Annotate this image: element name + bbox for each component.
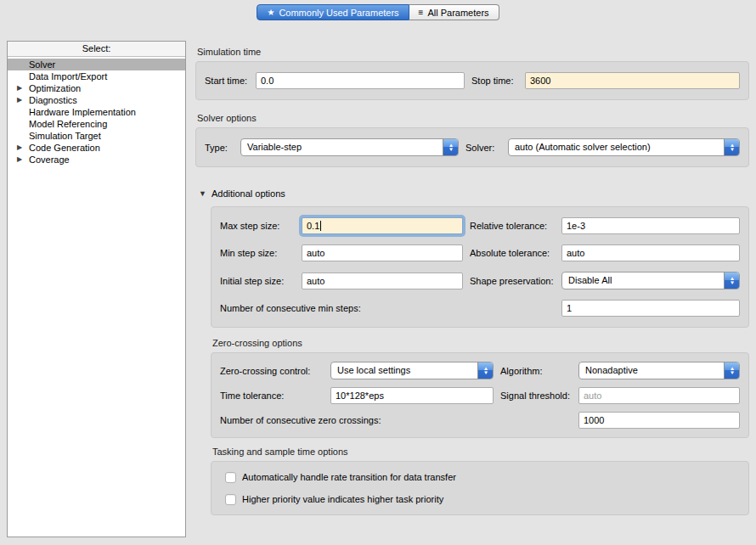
initial-step-size-input[interactable]: auto: [302, 272, 463, 289]
sidebar-item-label: Model Referencing: [29, 119, 107, 129]
higher-priority-label: Higher priority value indicates higher t…: [242, 494, 443, 504]
signal-threshold-input[interactable]: auto: [578, 387, 740, 404]
select-tree-panel: Select: Solver Data Import/Export ▶ Opti…: [7, 41, 186, 537]
sidebar-item-label: Coverage: [29, 155, 70, 165]
time-tolerance-input[interactable]: 10*128*eps: [330, 387, 494, 404]
sidebar-item-model-referencing[interactable]: Model Referencing: [8, 118, 185, 130]
expand-arrow-icon[interactable]: ▶: [17, 142, 22, 154]
sidebar-item-data-import-export[interactable]: Data Import/Export: [8, 70, 185, 82]
collapse-arrow-icon[interactable]: ▼: [199, 189, 206, 198]
sidebar-item-hardware-implementation[interactable]: Hardware Implementation: [8, 106, 185, 118]
sidebar-item-code-generation[interactable]: ▶ Code Generation: [8, 142, 185, 154]
star-icon: ★: [267, 8, 274, 17]
type-dropdown[interactable]: Variable-step ▲▼: [240, 138, 459, 156]
relative-tolerance-label: Relative tolerance:: [470, 221, 555, 231]
sidebar-item-label: Diagnostics: [29, 95, 77, 105]
sidebar-item-label: Hardware Implementation: [29, 107, 136, 117]
solver-dropdown[interactable]: auto (Automatic solver selection) ▲▼: [508, 138, 740, 156]
max-step-size-label: Max step size:: [220, 221, 295, 231]
max-step-size-input[interactable]: 0.1: [302, 217, 463, 234]
sidebar-item-label: Code Generation: [29, 143, 100, 153]
min-step-size-label: Min step size:: [220, 248, 295, 258]
start-time-input[interactable]: 0.0: [256, 72, 465, 89]
absolute-tolerance-label: Absolute tolerance:: [470, 248, 555, 258]
type-label: Type:: [205, 143, 234, 153]
consecutive-min-steps-input[interactable]: 1: [561, 300, 740, 317]
rate-transition-checkbox[interactable]: [225, 472, 236, 483]
consecutive-min-steps-value: 1: [567, 303, 572, 313]
dropdown-arrows-icon: ▲▼: [724, 272, 739, 289]
relative-tolerance-value: 1e-3: [567, 221, 585, 231]
sidebar-item-label: Solver: [29, 59, 55, 70]
min-step-size-value: auto: [307, 248, 324, 258]
expand-arrow-icon[interactable]: ▶: [17, 82, 22, 94]
dropdown-arrows-icon: ▲▼: [724, 139, 739, 155]
zero-crossing-panel: Zero-crossing control: Use local setting…: [211, 352, 749, 438]
stop-time-label: Stop time:: [471, 76, 518, 86]
sidebar-item-simulation-target[interactable]: Simulation Target: [8, 130, 185, 142]
dropdown-arrows-icon: ▲▼: [724, 362, 739, 379]
shape-preservation-label: Shape preservation:: [470, 276, 555, 286]
rate-transition-label: Automatically handle rate transition for…: [242, 472, 456, 482]
time-tolerance-label: Time tolerance:: [220, 390, 324, 401]
min-step-size-input[interactable]: auto: [302, 244, 463, 261]
start-time-label: Start time:: [205, 76, 249, 86]
consecutive-zero-crossings-label: Number of consecutive zero crossings:: [220, 415, 572, 425]
sidebar-item-coverage[interactable]: ▶ Coverage: [8, 154, 185, 166]
signal-threshold-value: auto: [584, 390, 601, 401]
stop-time-value: 3600: [530, 76, 550, 86]
zero-crossing-control-value: Use local settings: [331, 362, 477, 379]
start-time-value: 0.0: [261, 76, 274, 86]
sidebar-title: Select:: [8, 42, 185, 57]
absolute-tolerance-input[interactable]: auto: [561, 244, 740, 261]
higher-priority-checkbox[interactable]: [225, 494, 236, 505]
dropdown-arrows-icon: ▲▼: [443, 139, 458, 155]
consecutive-zero-crossings-input[interactable]: 1000: [578, 412, 740, 429]
tasking-title: Tasking and sample time options: [212, 447, 749, 458]
zero-crossing-title: Zero-crossing options: [212, 338, 749, 349]
tab-all-parameters-label: All Parameters: [427, 8, 488, 18]
text-cursor: [320, 221, 321, 231]
sidebar-item-optimization[interactable]: ▶ Optimization: [8, 82, 185, 94]
tab-all-parameters[interactable]: ≡ All Parameters: [409, 4, 499, 20]
stop-time-input[interactable]: 3600: [525, 72, 740, 89]
parameter-view-tabs: ★ Commonly Used Parameters ≡ All Paramet…: [0, 4, 756, 20]
consecutive-zero-crossings-value: 1000: [584, 415, 604, 425]
dropdown-arrows-icon: ▲▼: [477, 362, 493, 379]
expand-arrow-icon[interactable]: ▶: [17, 154, 22, 166]
shape-preservation-value: Disable All: [562, 272, 724, 289]
shape-preservation-dropdown[interactable]: Disable All ▲▼: [561, 272, 740, 289]
tab-commonly-used-label: Commonly Used Parameters: [279, 8, 398, 18]
simulation-time-title: Simulation time: [197, 47, 749, 58]
sidebar-list: Solver Data Import/Export ▶ Optimization…: [8, 57, 185, 166]
signal-threshold-label: Signal threshold:: [500, 390, 572, 401]
sidebar-item-label: Data Import/Export: [29, 71, 107, 81]
solver-options-panel: Type: Variable-step ▲▼ Solver: auto (Aut…: [195, 127, 749, 167]
sidebar-item-label: Simulation Target: [29, 131, 101, 141]
solver-pane: Simulation time Start time: 0.0 Stop tim…: [195, 41, 749, 515]
algorithm-value: Nonadaptive: [579, 362, 724, 379]
relative-tolerance-input[interactable]: 1e-3: [561, 217, 740, 234]
zero-crossing-control-dropdown[interactable]: Use local settings ▲▼: [330, 362, 494, 379]
sidebar-item-solver[interactable]: Solver: [8, 59, 185, 70]
tasking-panel: Automatically handle rate transition for…: [211, 461, 749, 515]
additional-options-toggle[interactable]: ▼ Additional options: [199, 188, 749, 199]
consecutive-min-steps-label: Number of consecutive min steps:: [220, 303, 555, 313]
time-tolerance-value: 10*128*eps: [336, 390, 384, 401]
menu-icon: ≡: [419, 8, 424, 17]
simulation-time-panel: Start time: 0.0 Stop time: 3600: [195, 61, 749, 100]
algorithm-dropdown[interactable]: Nonadaptive ▲▼: [578, 362, 740, 379]
additional-options-panel: Max step size: 0.1 Relative tolerance: 1…: [211, 206, 749, 328]
expand-arrow-icon[interactable]: ▶: [17, 94, 22, 106]
initial-step-size-label: Initial step size:: [220, 276, 295, 286]
type-dropdown-value: Variable-step: [241, 139, 443, 155]
tab-commonly-used-parameters[interactable]: ★ Commonly Used Parameters: [257, 4, 409, 20]
max-step-size-value: 0.1: [307, 221, 319, 231]
additional-options-title: Additional options: [212, 188, 285, 199]
solver-options-title: Solver options: [197, 113, 749, 124]
sidebar-item-diagnostics[interactable]: ▶ Diagnostics: [8, 94, 185, 106]
solver-label: Solver:: [465, 143, 501, 153]
sidebar-item-label: Optimization: [29, 83, 81, 93]
initial-step-size-value: auto: [307, 276, 324, 286]
solver-dropdown-value: auto (Automatic solver selection): [509, 139, 724, 155]
